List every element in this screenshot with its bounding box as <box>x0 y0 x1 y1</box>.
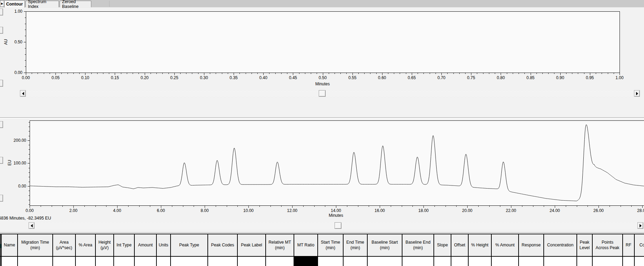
header-cell-points[interactable]: PointsAcross Peak <box>593 234 623 256</box>
data-cell[interactable] <box>208 257 238 266</box>
data-cell[interactable] <box>18 257 53 266</box>
header-cell-concentration[interactable]: Concentration <box>544 234 577 256</box>
data-cell[interactable] <box>623 257 635 266</box>
left-vscrollbar-fragment[interactable] <box>0 157 3 164</box>
header-label-line: Co <box>640 243 644 248</box>
x-tick <box>259 206 260 207</box>
data-cell[interactable] <box>492 257 519 266</box>
lower-hscrollbar-left-button[interactable] <box>29 222 34 229</box>
header-cell-start-time[interactable]: Start Time(min) <box>318 234 344 256</box>
data-cell[interactable] <box>593 257 623 266</box>
left-vscrollbar-fragment[interactable] <box>0 195 3 202</box>
x-tick <box>68 73 68 74</box>
data-cell[interactable] <box>519 257 544 266</box>
app-window: ▶ ContourSpectrum IndexZeroed Baseline 0… <box>0 0 644 266</box>
lower-hscrollbar-thumb[interactable] <box>335 222 341 229</box>
header-cell-baseline-start[interactable]: Baseline Start(min) <box>368 234 402 256</box>
x-tick-label: 14.00 <box>331 208 341 213</box>
data-cell[interactable] <box>577 257 593 266</box>
header-cell-amount[interactable]: Amount <box>135 234 157 256</box>
data-cell[interactable] <box>96 257 114 266</box>
data-cell[interactable] <box>469 257 492 266</box>
data-cell[interactable] <box>76 257 96 266</box>
header-cell--area[interactable]: % Area <box>76 234 96 256</box>
header-cell-offset[interactable]: Offset <box>451 234 469 256</box>
data-cell[interactable] <box>402 257 434 266</box>
left-vscrollbar-fragment[interactable] <box>0 121 3 128</box>
header-cell-baseline-end[interactable]: Baseline End(min) <box>402 234 434 256</box>
x-tick <box>50 73 50 74</box>
scroll-right-icon <box>640 224 642 227</box>
header-cell-co[interactable]: Co <box>635 234 644 256</box>
data-cell[interactable] <box>544 257 577 266</box>
data-cell[interactable] <box>318 257 344 266</box>
x-tick <box>103 73 103 74</box>
plot-area-contour-view[interactable] <box>26 11 620 73</box>
header-cell--height[interactable]: % Height <box>469 234 492 256</box>
tab-spectrum-index[interactable]: Spectrum Index <box>25 1 59 7</box>
header-cell-name[interactable]: Name <box>2 234 18 256</box>
data-cell[interactable] <box>171 257 208 266</box>
header-cell--amount[interactable]: % Amount <box>492 234 519 256</box>
upper-hscrollbar-right-button[interactable] <box>634 90 640 97</box>
header-label-line: Peak <box>580 240 589 245</box>
y-tick <box>29 191 30 191</box>
data-cell[interactable] <box>135 257 157 266</box>
header-cell-peak-codes[interactable]: Peak Codes <box>208 234 238 256</box>
header-cell-peak[interactable]: PeakLevel <box>577 234 593 256</box>
x-tick <box>41 206 41 207</box>
upper-hscrollbar-thumb[interactable] <box>319 90 326 97</box>
x-tick <box>150 206 150 207</box>
header-cell-units[interactable]: Units <box>157 234 171 256</box>
data-cell[interactable] <box>368 257 402 266</box>
x-tick <box>97 73 98 74</box>
data-cell[interactable] <box>266 257 294 266</box>
x-tick <box>192 73 192 74</box>
y-tick <box>28 163 30 163</box>
x-axis-title-minutes: Minutes <box>315 82 330 86</box>
upper-hscrollbar-left-button[interactable] <box>20 90 26 97</box>
header-cell-migration-time[interactable]: Migration Time(min) <box>18 234 53 256</box>
data-cell[interactable] <box>451 257 469 266</box>
header-cell-peak-type[interactable]: Peak Type <box>171 234 208 256</box>
header-cell-area[interactable]: Area(µV*sec) <box>53 234 76 256</box>
x-tick <box>631 206 632 207</box>
left-vscrollbar-fragment[interactable] <box>0 9 3 15</box>
upper-hscrollbar-track[interactable] <box>20 90 640 97</box>
data-cell[interactable] <box>434 257 451 266</box>
x-tick <box>161 206 161 208</box>
tab-scroll-right-button[interactable]: ▶ <box>0 0 4 7</box>
tab-zeroed-baseline[interactable]: Zeroed Baseline <box>60 1 91 7</box>
header-cell-mt-ratio[interactable]: MT Ratio <box>294 234 318 256</box>
x-tick <box>423 73 424 74</box>
lower-hscrollbar-right-button[interactable] <box>637 222 643 229</box>
data-cell[interactable] <box>635 257 644 266</box>
left-vscrollbar-fragment[interactable] <box>0 27 3 34</box>
header-cell-rf[interactable]: RF <box>623 234 635 256</box>
header-cell-response[interactable]: Response <box>519 234 544 256</box>
x-tick <box>391 206 391 207</box>
x-tick <box>335 73 335 74</box>
header-cell-end-time[interactable]: End Time(min) <box>344 234 368 256</box>
selected-cell[interactable] <box>294 257 318 266</box>
header-cell-slope[interactable]: Slope <box>434 234 451 256</box>
data-cell[interactable] <box>114 257 135 266</box>
data-cell[interactable] <box>157 257 171 266</box>
x-tick <box>216 73 216 74</box>
tab-contour[interactable]: Contour <box>4 0 25 8</box>
data-cell[interactable] <box>2 257 18 266</box>
data-cell[interactable] <box>53 257 76 266</box>
row-header-cell[interactable] <box>0 257 2 266</box>
left-vscrollbar-fragment[interactable] <box>0 80 3 87</box>
x-tick <box>172 206 172 207</box>
header-cell-relative-mt[interactable]: Relative MT(min) <box>266 234 294 256</box>
header-cell-int-type[interactable]: Int Type <box>114 234 135 256</box>
data-cell[interactable] <box>344 257 368 266</box>
plot-area-electropherogram[interactable] <box>30 120 644 206</box>
x-tick <box>489 73 489 74</box>
x-tick-label: 4.00 <box>113 208 121 213</box>
data-cell[interactable] <box>238 257 266 266</box>
header-cell-peak-label[interactable]: Peak Label <box>238 234 266 256</box>
header-cell-height[interactable]: Height(µV) <box>96 234 114 256</box>
x-tick <box>577 206 577 207</box>
